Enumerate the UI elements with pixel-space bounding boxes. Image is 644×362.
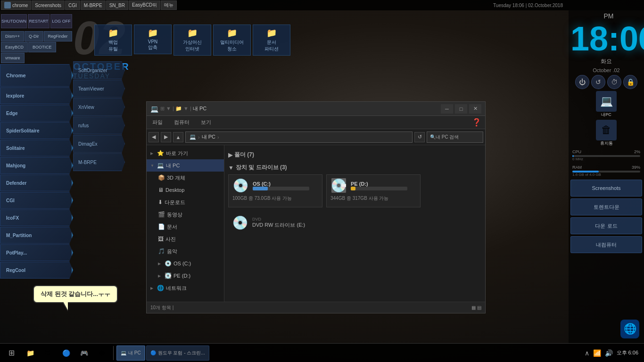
- mycomputer-btn[interactable]: 내컴퓨터: [570, 236, 642, 253]
- sidebar-app-regcool[interactable]: RegCool: [0, 262, 73, 279]
- recycle-desktop-icon[interactable]: 🗑 휴지통: [596, 120, 617, 147]
- lock-ctrl-btn[interactable]: 🔒: [623, 75, 637, 89]
- folders-section-header[interactable]: ▶ 폴더 (7): [228, 149, 481, 162]
- tb-file-manager-btn[interactable]: 📁: [22, 345, 39, 362]
- fe-forward-btn[interactable]: ▶: [161, 132, 171, 142]
- sidebar-app-iexplore[interactable]: Iexplore: [0, 87, 73, 104]
- rs-app-mbrpe[interactable]: M-BRPE: [73, 153, 125, 171]
- taskbar-top-item-snbr[interactable]: SN_BR: [106, 0, 128, 10]
- tray-arrow[interactable]: ∧: [585, 349, 589, 357]
- download-btn[interactable]: 다운 로드: [570, 217, 642, 234]
- shutdown-button[interactable]: SHUTDOWN: [1, 14, 27, 28]
- tree-item-documents[interactable]: 📄 문서: [147, 221, 224, 233]
- refresh-ctrl-btn[interactable]: ↺: [591, 75, 605, 89]
- folder-media[interactable]: 📁 멀티미디어청소: [213, 25, 251, 56]
- tree-item-quickaccess[interactable]: ▶ ⭐ 바로 가기: [147, 147, 224, 159]
- drives-section-header[interactable]: ▼ 장치 및 드라이브 (3): [228, 162, 481, 174]
- quick-app-regfinder[interactable]: RegFinder: [44, 31, 72, 41]
- power-ctrl-btn[interactable]: ⏻: [575, 75, 589, 89]
- drive-d[interactable]: 💽 PE (D:) 344GB 중 317GB 사용 가능: [326, 174, 421, 207]
- drive-c[interactable]: 💿 OS (C:) 100GB 중 73.0GB 사용 가능: [228, 174, 322, 207]
- tree-label-c: OS (C:): [173, 261, 191, 266]
- dvd-drive[interactable]: 💿 DVD DVD RW 드라이브 (E:): [228, 213, 481, 232]
- tree-item-mypc[interactable]: ▼ 💻 내 PC: [147, 159, 224, 172]
- tb-icon3[interactable]: 🔵: [58, 345, 74, 362]
- logoff-button[interactable]: LOG OFF: [50, 14, 72, 28]
- fe-minimize-btn[interactable]: ─: [441, 104, 453, 114]
- sidebar-app-solitaire[interactable]: Solitaire: [0, 140, 73, 156]
- sidebar-app-mahjong[interactable]: Mahjong: [0, 157, 73, 174]
- quick-app-easybcd[interactable]: EasyBCD: [1, 42, 28, 52]
- tree-item-network[interactable]: ▶ 🌐 네트워크: [147, 282, 224, 294]
- folder-docs[interactable]: 📁 문서파티션: [253, 25, 290, 56]
- folder-vm[interactable]: 📁 가상머신인터넷: [173, 25, 211, 56]
- folder-vpn[interactable]: 📁 VPN압축: [134, 25, 172, 54]
- fe-up-btn[interactable]: ▲: [173, 132, 183, 142]
- sidebar-app-chrome[interactable]: Chrome: [0, 64, 73, 87]
- fe-maximize-btn[interactable]: □: [455, 104, 467, 114]
- rs-app-xnview[interactable]: XnView: [73, 98, 125, 116]
- tree-item-desktop[interactable]: 🖥 Desktop: [147, 184, 224, 196]
- taskbar-top-item-cgi[interactable]: CGI: [65, 0, 80, 10]
- quick-app-dism[interactable]: Dism++: [1, 31, 24, 41]
- taskbar-top-item-easybcd[interactable]: EasyBCD뒤: [129, 0, 160, 10]
- sidebar-app-defender[interactable]: Defender: [0, 174, 73, 191]
- date-right: October .02: [593, 67, 619, 73]
- tree-label-pics: 사진: [165, 236, 176, 243]
- taskbar-top-item-screenshots[interactable]: Screenshots: [32, 0, 65, 10]
- rs-app-teamviewer[interactable]: TeamViewer: [73, 80, 125, 98]
- tree-item-3d[interactable]: 📦 3D 개체: [147, 172, 224, 184]
- fe-tab-file[interactable]: 파일: [150, 118, 165, 127]
- taskbar-clock[interactable]: 오후 6:06: [617, 349, 638, 356]
- tree-item-videos[interactable]: 🎬 동영상: [147, 208, 224, 221]
- taskbar-top-item-mbrpe[interactable]: M-BRPE: [81, 0, 106, 10]
- start-button[interactable]: ⊞: [2, 345, 21, 362]
- tb-settings-btn[interactable]: ⚙: [93, 345, 110, 362]
- fe-back-btn[interactable]: ◀: [149, 132, 159, 142]
- fe-tree-panel: ▶ ⭐ 바로 가기 ▼ 💻 내 PC 📦 3D 개체 🖥 Desktop: [147, 145, 224, 302]
- tree-item-c[interactable]: ▶ 💿 OS (C:): [147, 257, 224, 270]
- sidebar-app-spidersolitaire[interactable]: SpiderSolitaire: [0, 122, 73, 139]
- sidebar-app-cgi[interactable]: CGI: [0, 192, 73, 209]
- sidebar-app-potplayer[interactable]: PotPlay...: [0, 244, 73, 261]
- tb-icon2[interactable]: 🛡: [40, 345, 57, 362]
- quick-app-vmware[interactable]: vmware: [1, 53, 25, 63]
- fe-refresh-btn[interactable]: ↺: [414, 132, 425, 142]
- mypc-desktop-icon[interactable]: 💻 내PC: [596, 91, 617, 118]
- tree-item-downloads[interactable]: ⬇ 다운로드: [147, 196, 224, 208]
- fe-tab-computer[interactable]: 컴퓨터: [172, 118, 191, 127]
- folder-backup[interactable]: 📁 백업유틸: [94, 25, 132, 56]
- taskbar-top-item-menu[interactable]: 메뉴: [161, 0, 177, 10]
- tree-item-pictures[interactable]: 🖼 사진: [147, 233, 224, 245]
- restart-button[interactable]: RESTART: [28, 14, 50, 28]
- tb-icon4[interactable]: 🎮: [75, 345, 92, 362]
- rs-app-softorganizer[interactable]: SoftOrganizer: [73, 61, 125, 79]
- quick-app-qdir[interactable]: Q-Dir: [25, 31, 43, 41]
- screenshots-btn[interactable]: Screenshots: [570, 180, 642, 197]
- sidebar-app-mpartition[interactable]: M_Partition: [0, 227, 73, 244]
- fe-address-bar[interactable]: 💻 › 내 PC ›: [185, 132, 413, 143]
- fe-tab-view[interactable]: 보기: [199, 118, 213, 127]
- cpu-pct: 2%: [634, 149, 640, 154]
- right-panel: PM 18:06 화요 October .02 ⏻ ↺ ⏱ 🔒 💻 내PC 🗑 …: [569, 10, 644, 343]
- tb-task-forum[interactable]: 🔵 원도우 포럼 - 스크린...: [146, 346, 209, 361]
- sidebar-app-edge[interactable]: Edge: [0, 105, 73, 122]
- rs-app-dimagex[interactable]: DimagEx: [73, 135, 125, 153]
- fe-search-box[interactable]: 🔍 내 PC 검색: [427, 132, 483, 143]
- edge-browser-icon[interactable]: 🌐: [620, 320, 639, 338]
- tb-task-mypc[interactable]: 💻 내 PC: [116, 346, 145, 361]
- fe-titlebar: 💻 ⊞ ▼ | 📁 ▼ | 내 PC ─ □ ✕: [147, 102, 485, 116]
- tree-item-music[interactable]: 🎵 음악: [147, 245, 224, 257]
- tray-network-icon[interactable]: 📶: [593, 349, 601, 357]
- tray-volume-icon[interactable]: 🔊: [605, 349, 613, 357]
- rs-app-rufus[interactable]: rufus: [73, 116, 125, 134]
- fe-close-btn[interactable]: ✕: [469, 104, 481, 114]
- torrent-btn[interactable]: 토렌트다운: [570, 198, 642, 215]
- timer-ctrl-btn[interactable]: ⏱: [607, 75, 621, 89]
- quick-app-bootice[interactable]: BOOTICE: [28, 42, 56, 52]
- fe-help-icon[interactable]: ❓: [472, 118, 481, 127]
- taskbar-top-item-chrome[interactable]: chrome: [1, 0, 31, 10]
- sidebar-app-icofx[interactable]: IcoFX: [0, 209, 73, 226]
- tree-item-d[interactable]: ▶ 💽 PE (D:): [147, 270, 224, 282]
- fe-body: ▶ ⭐ 바로 가기 ▼ 💻 내 PC 📦 3D 개체 🖥 Desktop: [147, 145, 485, 302]
